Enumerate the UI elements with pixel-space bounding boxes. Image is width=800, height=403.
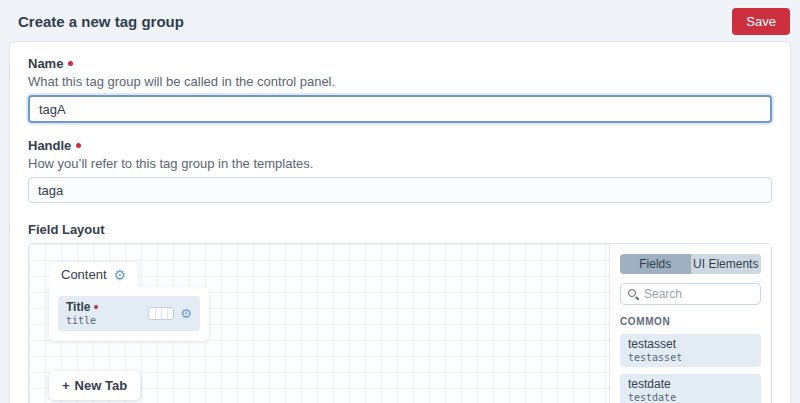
- tab-settings-gear-icon[interactable]: ⚙: [114, 268, 127, 282]
- handle-field-block: Handle How you’ll refer to this tag grou…: [28, 138, 772, 203]
- save-button[interactable]: Save: [732, 8, 790, 35]
- field-layout-label: Field Layout: [28, 222, 772, 237]
- field-item-name: testdate: [628, 377, 753, 392]
- field-item-handle: testdate: [628, 392, 753, 403]
- layout-tab-panel: Title title ⚙: [49, 287, 209, 341]
- tab-fields[interactable]: Fields: [620, 254, 691, 274]
- name-label-text: Name: [28, 56, 63, 71]
- required-icon: [76, 143, 81, 148]
- sidebar-tab-bar: Fields UI Elements: [620, 254, 761, 274]
- required-icon: [94, 305, 98, 309]
- title-field-name: Title: [66, 300, 98, 315]
- header-bar: Create a new tag group Save: [0, 0, 800, 42]
- name-input[interactable]: [28, 95, 772, 123]
- field-width-selector[interactable]: [148, 307, 174, 320]
- field-item-name: testasset: [628, 337, 753, 352]
- title-field-texts: Title title: [66, 300, 98, 327]
- title-field-handle: title: [66, 315, 98, 327]
- title-field-name-text: Title: [66, 300, 90, 315]
- field-layout-designer: Content ⚙ Title title: [28, 243, 772, 403]
- new-tab-button-label: New Tab: [75, 378, 128, 393]
- field-item-testdate[interactable]: testdate testdate: [620, 374, 761, 403]
- layout-workspace: Content ⚙ Title title: [29, 244, 609, 403]
- handle-label: Handle: [28, 138, 772, 153]
- designer-sidebar: Fields UI Elements COMMON testasset test…: [609, 244, 771, 403]
- new-tab-button[interactable]: + New Tab: [49, 371, 140, 400]
- common-group-heading: COMMON: [620, 316, 761, 327]
- field-item-testasset[interactable]: testasset testasset: [620, 334, 761, 367]
- sidebar-search-box[interactable]: [620, 283, 761, 305]
- name-label: Name: [28, 56, 772, 71]
- field-item-handle: testasset: [628, 352, 753, 364]
- field-settings-gear-icon[interactable]: ⚙: [180, 307, 192, 320]
- page-title: Create a new tag group: [18, 13, 184, 30]
- search-icon: [628, 289, 639, 300]
- handle-instructions: How you’ll refer to this tag group in th…: [28, 156, 772, 171]
- required-icon: [68, 61, 73, 66]
- tab-ui-elements[interactable]: UI Elements: [691, 254, 762, 274]
- search-input[interactable]: [644, 287, 753, 301]
- handle-label-text: Handle: [28, 138, 71, 153]
- plus-icon: +: [62, 378, 70, 393]
- name-instructions: What this tag group will be called in th…: [28, 74, 772, 89]
- width-cell: [167, 308, 173, 319]
- name-field-block: Name What this tag group will be called …: [28, 56, 772, 123]
- layout-tab-label: Content: [61, 267, 107, 282]
- title-field-controls: ⚙: [148, 307, 192, 320]
- layout-tab-content[interactable]: Content ⚙: [49, 262, 138, 287]
- handle-input[interactable]: [28, 177, 772, 203]
- title-field-card[interactable]: Title title ⚙: [58, 296, 200, 331]
- main-content-pane: Name What this tag group will be called …: [10, 42, 790, 403]
